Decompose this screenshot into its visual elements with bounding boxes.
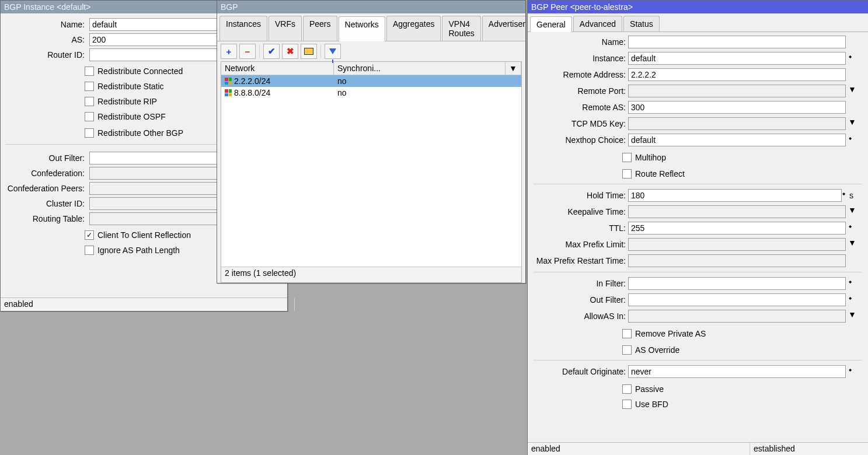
label-keepalive: Keepalive Time:	[534, 207, 626, 216]
input-outfilter-peer[interactable]	[628, 293, 846, 306]
input-maxpfx[interactable]	[628, 238, 846, 251]
chk-redist-connected[interactable]	[85, 66, 94, 76]
lbl-redist-static: Redistribute Static	[97, 82, 164, 91]
status-peer-left: enabled	[528, 443, 750, 455]
chk-usebfd[interactable]	[622, 400, 632, 409]
toolbar-bgp: + − ✔ ✖	[217, 41, 525, 61]
window-bgp-peer: BGP Peer <peer-to-alestra> GeneralAdvanc…	[527, 0, 868, 455]
input-maxpfxr[interactable]	[628, 254, 846, 267]
label-holdtime: Hold Time:	[534, 191, 626, 200]
chk-ignore-aspath[interactable]	[85, 246, 94, 255]
titlebar-bgp[interactable]: BGP	[217, 1, 525, 13]
tab-vrfs[interactable]: VRFs	[269, 16, 302, 41]
grid-body[interactable]: 2.2.2.0/24no8.8.8.0/24no	[221, 75, 521, 267]
tab-instances[interactable]: Instances	[219, 16, 267, 41]
input-remote-as[interactable]	[628, 101, 846, 114]
input-remote-addr[interactable]	[628, 68, 846, 81]
statusbar-instance: enabled	[1, 298, 287, 311]
remove-button[interactable]: −	[239, 44, 256, 59]
lbl-rmpriv: Remove Private AS	[635, 329, 706, 338]
disable-button[interactable]: ✖	[282, 44, 298, 59]
lbl-passive: Passive	[635, 384, 664, 394]
tab-advanced[interactable]: Advanced	[573, 16, 622, 32]
deforig-dropdown-icon[interactable]: ⬥	[848, 365, 862, 378]
comment-button[interactable]	[301, 44, 317, 59]
maxpfx-dropdown-icon[interactable]: ▼	[848, 238, 862, 251]
label-remote-addr: Remote Address:	[534, 70, 626, 79]
table-row[interactable]: 8.8.8.0/24no	[221, 87, 521, 99]
chk-rmpriv[interactable]	[622, 329, 632, 338]
holdtime-dropdown-icon[interactable]: ⬥	[842, 189, 846, 202]
chk-c2c[interactable]	[85, 230, 94, 240]
label-infilter: In Filter:	[534, 279, 626, 288]
col-sync[interactable]: Synchroni...	[334, 62, 506, 75]
input-ttl[interactable]	[628, 222, 846, 235]
table-row[interactable]: 2.2.2.0/24no	[221, 75, 521, 87]
input-keepalive[interactable]	[628, 205, 846, 218]
chk-multihop[interactable]	[622, 153, 632, 162]
ttl-dropdown-icon[interactable]: ⬥	[848, 222, 862, 235]
input-remote-port[interactable]	[628, 85, 846, 97]
peer-instance-dropdown-icon[interactable]: ⬥	[848, 52, 862, 65]
toolbar-divider	[320, 45, 321, 58]
label-allowas: AllowAS In:	[534, 312, 626, 321]
funnel-icon	[329, 48, 336, 54]
statusbar-peer: enabled established	[528, 442, 868, 455]
tab-status[interactable]: Status	[623, 16, 660, 32]
md5-dropdown-icon[interactable]: ▼	[848, 117, 862, 130]
grid-networks: Network Synchroni... ▼ 2.2.2.0/24no8.8.8…	[221, 61, 522, 283]
tab-vpn4-routes[interactable]: VPN4 Routes	[442, 16, 480, 41]
lbl-redist-rip: Redistribute RIP	[97, 97, 157, 106]
infilter-dropdown-icon[interactable]: ⬥	[848, 277, 862, 290]
chk-redist-ospf[interactable]	[85, 112, 94, 121]
lbl-usebfd: Use BFD	[635, 400, 668, 409]
add-button[interactable]: +	[221, 44, 237, 59]
toolbar-divider	[259, 45, 260, 58]
input-peer-instance[interactable]	[628, 52, 846, 65]
input-deforig[interactable]	[628, 365, 846, 378]
chk-redist-rip[interactable]	[85, 97, 94, 106]
label-name: Name:	[5, 20, 87, 29]
keepalive-dropdown-icon[interactable]: ▼	[848, 205, 862, 218]
input-nexthop[interactable]	[628, 134, 846, 146]
enable-button[interactable]: ✔	[263, 44, 280, 59]
chk-routereflect[interactable]	[622, 169, 632, 178]
chk-passive[interactable]	[622, 384, 632, 394]
label-routerid: Router ID:	[5, 50, 87, 60]
note-icon	[304, 48, 313, 55]
outfilter-peer-dropdown-icon[interactable]: ⬥	[848, 293, 862, 306]
input-allowas[interactable]	[628, 310, 846, 323]
lbl-redist-ospf: Redistribute OSPF	[97, 112, 166, 121]
nexthop-dropdown-icon[interactable]: ⬥	[848, 134, 862, 146]
filter-button[interactable]	[325, 44, 341, 59]
input-holdtime[interactable]	[628, 189, 842, 202]
input-peer-name[interactable]	[628, 36, 846, 48]
remote-port-dropdown-icon[interactable]: ▼	[848, 85, 862, 97]
input-md5[interactable]	[628, 117, 846, 130]
col-menu[interactable]: ▼	[506, 62, 521, 75]
window-bgp: BGP InstancesVRFsPeersNetworksAggregates…	[217, 0, 526, 284]
input-infilter[interactable]	[628, 277, 846, 290]
label-md5: TCP MD5 Key:	[534, 119, 626, 128]
allowas-dropdown-icon[interactable]: ▼	[848, 310, 862, 323]
label-outfilter: Out Filter:	[5, 153, 87, 163]
col-network[interactable]: Network	[221, 62, 334, 75]
label-peer-instance: Instance:	[534, 54, 626, 63]
label-remote-port: Remote Port:	[534, 86, 626, 96]
network-icon	[225, 89, 232, 96]
tab-networks[interactable]: Networks	[339, 16, 385, 41]
tab-aggregates[interactable]: Aggregates	[386, 16, 441, 41]
label-deforig: Default Originate:	[534, 367, 626, 376]
chk-redist-static[interactable]	[85, 82, 94, 91]
chk-asovr[interactable]	[622, 345, 632, 355]
tab-peers[interactable]: Peers	[303, 16, 337, 41]
tab-general[interactable]: General	[530, 16, 572, 32]
separator	[534, 272, 862, 272]
label-clusterid: Cluster ID:	[5, 199, 87, 208]
titlebar-bgp-peer[interactable]: BGP Peer <peer-to-alestra>	[528, 1, 868, 13]
tab-advertisements[interactable]: Advertisements	[482, 16, 525, 41]
cell-network: 2.2.2.0/24	[234, 76, 270, 86]
chk-redist-other[interactable]	[85, 128, 94, 138]
tabs-bgp: InstancesVRFsPeersNetworksAggregatesVPN4…	[217, 13, 525, 41]
lbl-c2c: Client To Client Reflection	[97, 230, 191, 240]
